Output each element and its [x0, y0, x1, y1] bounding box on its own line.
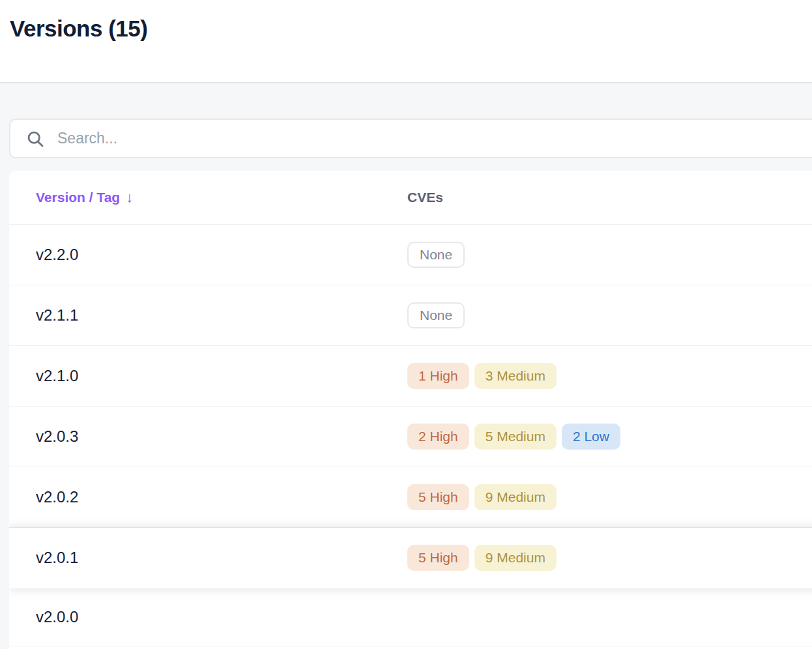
- cve-badge-none[interactable]: None: [407, 302, 465, 328]
- table-header: Version / Tag ↓ CVEs: [9, 171, 812, 225]
- version-label: v2.1.0: [36, 367, 407, 385]
- search-bar: [9, 119, 812, 158]
- cve-badge-medium[interactable]: 9 Medium: [474, 545, 557, 571]
- table-body: v2.2.0 None v2.1.1 None v2.1.0 1 High3 M…: [9, 225, 812, 646]
- version-label: v2.1.1: [36, 306, 407, 324]
- cve-badges: 5 High9 Medium: [407, 545, 562, 571]
- cve-badge-high[interactable]: 2 High: [407, 424, 469, 450]
- version-label: v2.0.3: [36, 427, 407, 446]
- cve-badges: 1 High3 Medium: [407, 363, 562, 389]
- search-input[interactable]: [9, 119, 812, 158]
- table-row[interactable]: v2.0.0: [9, 588, 812, 646]
- cve-badge-none[interactable]: None: [407, 242, 465, 268]
- cve-badge-low[interactable]: 2 Low: [562, 424, 620, 450]
- table-row[interactable]: v2.0.3 2 High5 Medium2 Low: [9, 407, 812, 467]
- table-row[interactable]: v2.2.0 None: [9, 225, 812, 285]
- cve-badges: 5 High9 Medium: [407, 484, 562, 510]
- table-row[interactable]: v2.0.2 5 High9 Medium: [9, 467, 812, 528]
- cve-badge-high[interactable]: 1 High: [407, 363, 469, 389]
- version-label: v2.0.1: [36, 549, 407, 567]
- cve-badge-medium[interactable]: 3 Medium: [474, 363, 557, 389]
- cve-badges: None: [407, 242, 470, 268]
- cve-badge-medium[interactable]: 5 Medium: [474, 424, 557, 450]
- table-row[interactable]: v2.1.1 None: [9, 285, 812, 346]
- version-label: v2.0.2: [36, 488, 407, 506]
- page-header: Versions (15): [0, 0, 812, 83]
- column-header-version-tag[interactable]: Version / Tag ↓: [36, 189, 407, 206]
- version-label: v2.0.0: [36, 608, 407, 626]
- sort-desc-icon: ↓: [126, 189, 133, 206]
- page-title: Versions (15): [10, 16, 812, 42]
- cve-badge-medium[interactable]: 9 Medium: [474, 484, 557, 510]
- cve-badge-high[interactable]: 5 High: [407, 484, 469, 510]
- cve-badges: 2 High5 Medium2 Low: [407, 424, 626, 450]
- versions-table: Version / Tag ↓ CVEs v2.2.0 None v2.1.1 …: [9, 171, 812, 649]
- cve-badges: None: [407, 302, 470, 328]
- cve-badge-high[interactable]: 5 High: [407, 545, 469, 571]
- page-content: Version / Tag ↓ CVEs v2.2.0 None v2.1.1 …: [0, 83, 812, 648]
- table-row[interactable]: v2.0.1 5 High9 Medium: [9, 528, 812, 588]
- column-header-version-tag-label: Version / Tag: [36, 190, 120, 205]
- column-header-cves[interactable]: CVEs: [407, 190, 443, 205]
- table-row[interactable]: v2.1.0 1 High3 Medium: [9, 346, 812, 407]
- version-label: v2.2.0: [36, 246, 407, 264]
